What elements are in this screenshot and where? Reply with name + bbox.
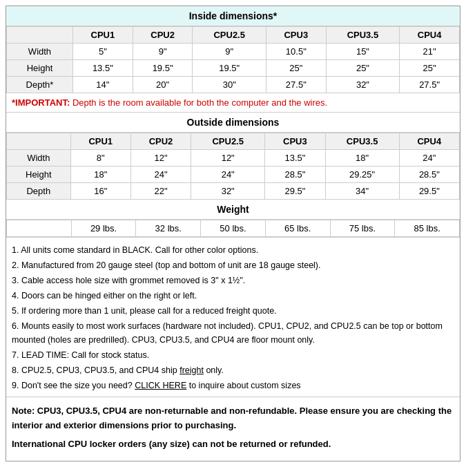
note-3: 3. Cable access hole size with grommet r… (12, 274, 454, 287)
inside-header-row: CPU1 CPU2 CPU2.5 CPU3 CPU3.5 CPU4 (7, 27, 460, 44)
important-label: *IMPORTANT: (12, 97, 70, 108)
row-label: Width (7, 150, 71, 166)
cell: 29.5" (399, 183, 459, 200)
cell: 13.5" (72, 60, 133, 77)
weight-cpu2: 32 lbs. (136, 220, 201, 237)
row-label: Depth (7, 183, 71, 200)
cell: 12" (130, 150, 191, 166)
bold-notes-section: Note: CPU3, CPU3.5, CPU4 are non-returna… (6, 397, 460, 461)
important-text: Depth is the room available for both the… (72, 97, 327, 108)
cell: 32" (191, 183, 265, 200)
cell: 25" (400, 60, 460, 77)
cell: 21" (400, 44, 460, 60)
cell: 28.5" (265, 166, 325, 183)
cell: 8" (70, 150, 130, 166)
cell: 13.5" (265, 150, 325, 166)
table-row: Depth*14"20"30"27.5"32"27.5" (7, 77, 460, 93)
row-label: Depth* (7, 77, 73, 93)
weight-table: 29 lbs. 32 lbs. 50 lbs. 65 lbs. 75 lbs. … (6, 220, 460, 237)
outside-col-cpu4: CPU4 (399, 133, 459, 150)
inside-col-cpu4: CPU4 (400, 27, 460, 44)
note-5: 5. If ordering more than 1 unit, please … (12, 304, 454, 318)
cell: 27.5" (400, 77, 460, 93)
outside-dimensions-title: Outside dimensions (6, 113, 460, 133)
outside-col-cpu2: CPU2 (130, 133, 191, 150)
table-row: Height13.5"19.5"19.5"25"25"25" (7, 60, 460, 77)
inside-col-cpu1: CPU1 (72, 27, 133, 44)
cell: 22" (130, 183, 191, 200)
inside-dimensions-title: Inside dimensions* (6, 6, 460, 26)
weight-row: 29 lbs. 32 lbs. 50 lbs. 65 lbs. 75 lbs. … (7, 220, 460, 237)
table-row: Height18"24"24"28.5"29.25"28.5" (7, 166, 460, 183)
notes-section: 1. All units come standard in BLACK. Cal… (6, 237, 460, 397)
freight-underline: freight (179, 365, 204, 375)
cell: 24" (399, 150, 459, 166)
inside-col-cpu2: CPU2 (133, 27, 193, 44)
cell: 10.5" (266, 44, 326, 60)
cell: 15" (326, 44, 399, 60)
note-2: 2. Manufactured from 20 gauge steel (top… (12, 258, 454, 272)
cell: 34" (325, 183, 399, 200)
bold-note-2: International CPU locker orders (any siz… (12, 437, 454, 452)
cell: 25" (266, 60, 326, 77)
cell: 12" (191, 150, 265, 166)
cell: 29.5" (265, 183, 325, 200)
note-4: 4. Doors can be hinged either on the rig… (12, 289, 454, 303)
note-1: 1. All units come standard in BLACK. Cal… (12, 243, 454, 257)
inside-col-cpu35: CPU3.5 (326, 27, 399, 44)
inside-col-cpu25: CPU2.5 (193, 27, 266, 44)
note-7: 7. LEAD TIME: Call for stock status. (12, 348, 454, 362)
cell: 24" (191, 166, 265, 183)
cell: 19.5" (193, 60, 266, 77)
cell: 14" (72, 77, 133, 93)
cell: 18" (70, 166, 130, 183)
outside-col-label (7, 133, 71, 150)
outside-col-cpu25: CPU2.5 (191, 133, 265, 150)
click-here-link[interactable]: CLICK HERE (135, 381, 186, 390)
outside-col-cpu35: CPU3.5 (325, 133, 399, 150)
table-row: Depth16"22"32"29.5"34"29.5" (7, 183, 460, 200)
cell: 28.5" (399, 166, 459, 183)
cell: 5" (72, 44, 133, 60)
note-6: 6. Mounts easily to most work surfaces (… (12, 319, 454, 347)
row-label: Height (7, 60, 73, 77)
outside-col-cpu1: CPU1 (70, 133, 130, 150)
weight-cpu3: 65 lbs. (265, 220, 330, 237)
weight-cpu25: 50 lbs. (201, 220, 266, 237)
main-container: Inside dimensions* CPU1 CPU2 CPU2.5 CPU3… (6, 6, 460, 461)
cell: 29.25" (325, 166, 399, 183)
cell: 18" (325, 150, 399, 166)
inside-col-cpu3: CPU3 (266, 27, 326, 44)
cell: 9" (133, 44, 193, 60)
cell: 20" (133, 77, 193, 93)
inside-dimensions-table: CPU1 CPU2 CPU2.5 CPU3 CPU3.5 CPU4 Width5… (6, 26, 460, 93)
table-row: Width8"12"12"13.5"18"24" (7, 150, 460, 166)
table-row: Width5"9"9"10.5"15"21" (7, 44, 460, 60)
cell: 24" (130, 166, 191, 183)
row-label: Height (7, 166, 71, 183)
cell: 19.5" (133, 60, 193, 77)
inside-col-label (7, 27, 73, 44)
weight-cpu4: 85 lbs. (395, 220, 460, 237)
cell: 27.5" (266, 77, 326, 93)
weight-cpu35: 75 lbs. (330, 220, 395, 237)
weight-title: Weight (6, 200, 460, 220)
cell: 32" (326, 77, 399, 93)
cell: 9" (193, 44, 266, 60)
outside-header-row: CPU1 CPU2 CPU2.5 CPU3 CPU3.5 CPU4 (7, 133, 460, 150)
weight-empty (7, 220, 72, 237)
cell: 25" (326, 60, 399, 77)
cell: 16" (70, 183, 130, 200)
row-label: Width (7, 44, 73, 60)
important-note: *IMPORTANT: Depth is the room available … (6, 93, 460, 113)
outside-col-cpu3: CPU3 (265, 133, 325, 150)
note-8: 8. CPU2.5, CPU3, CPU3.5, and CPU4 ship f… (12, 363, 454, 377)
cell: 30" (193, 77, 266, 93)
weight-cpu1: 29 lbs. (71, 220, 136, 237)
bold-note-1: Note: CPU3, CPU3.5, CPU4 are non-returna… (12, 404, 454, 433)
outside-dimensions-table: CPU1 CPU2 CPU2.5 CPU3 CPU3.5 CPU4 Width8… (6, 133, 460, 200)
note-9: 9. Don't see the size you need? CLICK HE… (12, 379, 454, 392)
